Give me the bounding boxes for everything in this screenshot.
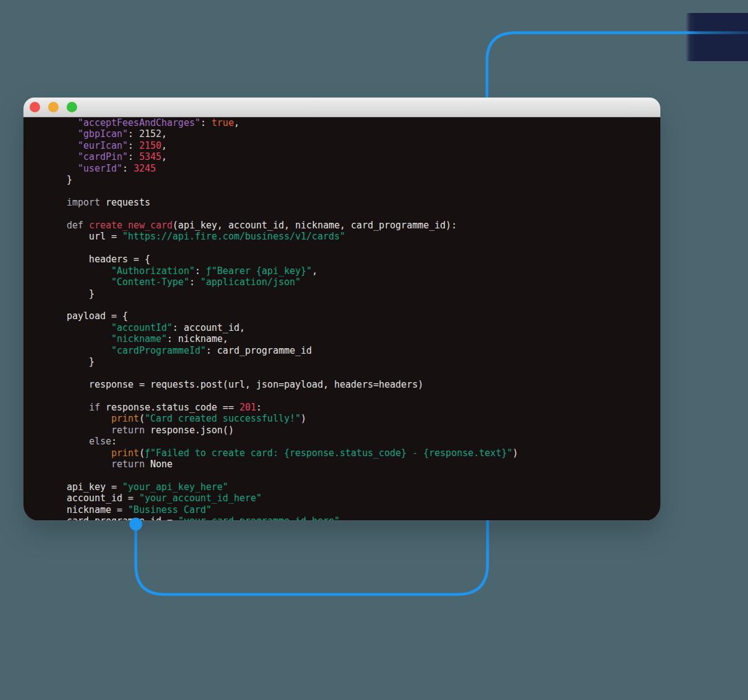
code-line: import requests: [67, 197, 660, 208]
code-line: "gbpIcan": 2152,: [67, 128, 660, 140]
page-canvas: "acceptFeesAndCharges": true, "gbpIcan":…: [0, 0, 748, 700]
code-line: print("Card created successfully!"): [67, 413, 660, 424]
code-line: "nickname": nickname,: [67, 333, 660, 344]
code-line: else:: [67, 436, 660, 447]
code-line: }: [67, 174, 660, 185]
code-line: "Authorization": ƒ"Bearer {api_key}",: [67, 265, 660, 277]
code-line: nickname = "Business Card": [67, 504, 660, 515]
code-line: "eurIcan": 2150,: [67, 140, 660, 151]
code-line: [67, 209, 660, 220]
code-line: def create_new_card(api_key, account_id,…: [67, 220, 660, 231]
close-button[interactable]: [30, 102, 40, 112]
code-line: "userId": 3245: [67, 163, 660, 174]
zoom-button[interactable]: [67, 102, 77, 112]
code-line: return None: [67, 459, 660, 470]
code-content: "acceptFeesAndCharges": true, "gbpIcan":…: [67, 117, 660, 520]
code-line: card_programme_id = "your_card_programme…: [67, 515, 660, 520]
code-line: [67, 243, 660, 254]
code-line: print(ƒ"Failed to create card: {response…: [67, 448, 660, 459]
code-line: "accountId": account_id,: [67, 322, 660, 333]
code-line: account_id = "your_account_id_here": [67, 493, 660, 504]
bottom-connector-line: [136, 520, 488, 594]
code-line: }: [67, 288, 660, 299]
window-titlebar[interactable]: [23, 98, 660, 117]
code-line: payload = {: [67, 310, 660, 322]
code-line: "Content-Type": "application/json": [67, 277, 660, 288]
code-line: if response.status_code == 201:: [67, 402, 660, 413]
top-connector-line: [487, 33, 687, 98]
code-line: }: [67, 356, 660, 367]
code-line: [67, 186, 660, 197]
code-editor-window: "acceptFeesAndCharges": true, "gbpIcan":…: [23, 98, 660, 521]
code-line: "cardPin": 5345,: [67, 151, 660, 162]
code-line: api_key = "your_api_key_here": [67, 481, 660, 493]
code-line: "acceptFeesAndCharges": true,: [67, 117, 660, 128]
code-line: [67, 391, 660, 402]
code-line: response = requests.post(url, json=paylo…: [67, 379, 660, 390]
code-line: [67, 368, 660, 379]
code-line: return response.json(): [67, 425, 660, 436]
code-line: [67, 299, 660, 310]
code-line: url = "https://api.fire.com/business/v1/…: [67, 231, 660, 242]
navy-accent-block: [686, 13, 748, 61]
code-editor[interactable]: "acceptFeesAndCharges": true, "gbpIcan":…: [23, 117, 660, 520]
code-line: [67, 470, 660, 481]
minimize-button[interactable]: [48, 102, 59, 112]
code-line: headers = {: [67, 254, 660, 265]
code-line: "cardProgrammeId": card_programme_id: [67, 345, 660, 356]
